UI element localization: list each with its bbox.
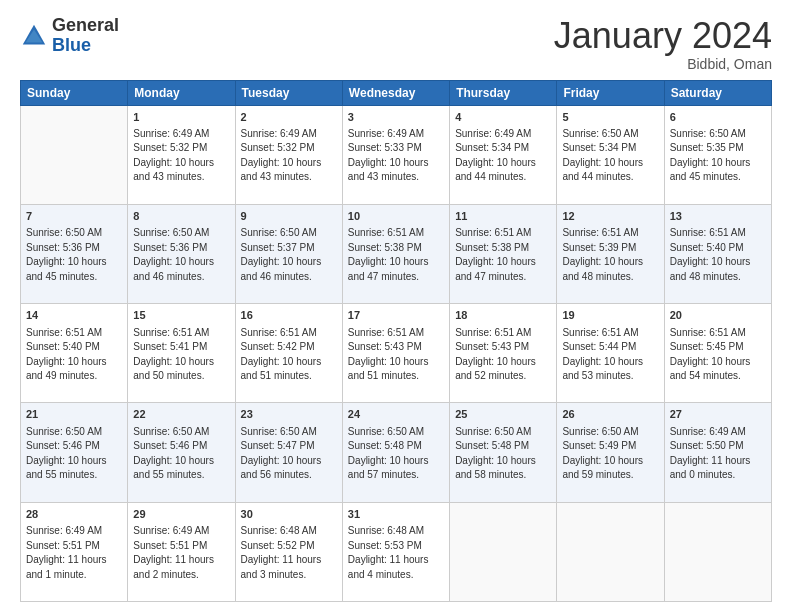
- day-cell: 13Sunrise: 6:51 AM Sunset: 5:40 PM Dayli…: [664, 204, 771, 303]
- day-cell: 18Sunrise: 6:51 AM Sunset: 5:43 PM Dayli…: [450, 304, 557, 403]
- day-cell: 2Sunrise: 6:49 AM Sunset: 5:32 PM Daylig…: [235, 105, 342, 204]
- day-number: 20: [670, 308, 766, 323]
- day-info: Sunrise: 6:51 AM Sunset: 5:42 PM Dayligh…: [241, 326, 337, 384]
- day-cell: 3Sunrise: 6:49 AM Sunset: 5:33 PM Daylig…: [342, 105, 449, 204]
- day-number: 1: [133, 110, 229, 125]
- day-number: 24: [348, 407, 444, 422]
- day-cell: 12Sunrise: 6:51 AM Sunset: 5:39 PM Dayli…: [557, 204, 664, 303]
- day-number: 30: [241, 507, 337, 522]
- day-number: 6: [670, 110, 766, 125]
- day-cell: 29Sunrise: 6:49 AM Sunset: 5:51 PM Dayli…: [128, 502, 235, 601]
- week-row-4: 21Sunrise: 6:50 AM Sunset: 5:46 PM Dayli…: [21, 403, 772, 502]
- day-info: Sunrise: 6:50 AM Sunset: 5:34 PM Dayligh…: [562, 127, 658, 185]
- day-cell: 22Sunrise: 6:50 AM Sunset: 5:46 PM Dayli…: [128, 403, 235, 502]
- day-info: Sunrise: 6:49 AM Sunset: 5:32 PM Dayligh…: [241, 127, 337, 185]
- day-info: Sunrise: 6:50 AM Sunset: 5:48 PM Dayligh…: [348, 425, 444, 483]
- day-cell: 7Sunrise: 6:50 AM Sunset: 5:36 PM Daylig…: [21, 204, 128, 303]
- day-info: Sunrise: 6:51 AM Sunset: 5:41 PM Dayligh…: [133, 326, 229, 384]
- day-number: 25: [455, 407, 551, 422]
- day-info: Sunrise: 6:51 AM Sunset: 5:40 PM Dayligh…: [26, 326, 122, 384]
- col-header-sunday: Sunday: [21, 80, 128, 105]
- day-cell: 15Sunrise: 6:51 AM Sunset: 5:41 PM Dayli…: [128, 304, 235, 403]
- day-number: 7: [26, 209, 122, 224]
- header: General Blue January 2024 Bidbid, Oman: [20, 16, 772, 72]
- calendar-title: January 2024: [554, 16, 772, 56]
- day-number: 15: [133, 308, 229, 323]
- day-cell: 31Sunrise: 6:48 AM Sunset: 5:53 PM Dayli…: [342, 502, 449, 601]
- day-number: 4: [455, 110, 551, 125]
- day-number: 19: [562, 308, 658, 323]
- day-number: 26: [562, 407, 658, 422]
- col-header-friday: Friday: [557, 80, 664, 105]
- day-cell: 10Sunrise: 6:51 AM Sunset: 5:38 PM Dayli…: [342, 204, 449, 303]
- header-row: SundayMondayTuesdayWednesdayThursdayFrid…: [21, 80, 772, 105]
- day-cell: 25Sunrise: 6:50 AM Sunset: 5:48 PM Dayli…: [450, 403, 557, 502]
- day-info: Sunrise: 6:49 AM Sunset: 5:34 PM Dayligh…: [455, 127, 551, 185]
- day-cell: 1Sunrise: 6:49 AM Sunset: 5:32 PM Daylig…: [128, 105, 235, 204]
- day-number: 9: [241, 209, 337, 224]
- day-info: Sunrise: 6:48 AM Sunset: 5:53 PM Dayligh…: [348, 524, 444, 582]
- day-info: Sunrise: 6:50 AM Sunset: 5:35 PM Dayligh…: [670, 127, 766, 185]
- day-cell: 28Sunrise: 6:49 AM Sunset: 5:51 PM Dayli…: [21, 502, 128, 601]
- day-info: Sunrise: 6:50 AM Sunset: 5:37 PM Dayligh…: [241, 226, 337, 284]
- day-number: 31: [348, 507, 444, 522]
- day-cell: 24Sunrise: 6:50 AM Sunset: 5:48 PM Dayli…: [342, 403, 449, 502]
- day-info: Sunrise: 6:49 AM Sunset: 5:32 PM Dayligh…: [133, 127, 229, 185]
- day-cell: 19Sunrise: 6:51 AM Sunset: 5:44 PM Dayli…: [557, 304, 664, 403]
- day-number: 3: [348, 110, 444, 125]
- title-block: January 2024 Bidbid, Oman: [554, 16, 772, 72]
- day-number: 10: [348, 209, 444, 224]
- col-header-saturday: Saturday: [664, 80, 771, 105]
- day-cell: 11Sunrise: 6:51 AM Sunset: 5:38 PM Dayli…: [450, 204, 557, 303]
- week-row-3: 14Sunrise: 6:51 AM Sunset: 5:40 PM Dayli…: [21, 304, 772, 403]
- week-row-5: 28Sunrise: 6:49 AM Sunset: 5:51 PM Dayli…: [21, 502, 772, 601]
- day-info: Sunrise: 6:51 AM Sunset: 5:38 PM Dayligh…: [348, 226, 444, 284]
- week-row-2: 7Sunrise: 6:50 AM Sunset: 5:36 PM Daylig…: [21, 204, 772, 303]
- day-info: Sunrise: 6:48 AM Sunset: 5:52 PM Dayligh…: [241, 524, 337, 582]
- day-number: 11: [455, 209, 551, 224]
- day-info: Sunrise: 6:51 AM Sunset: 5:44 PM Dayligh…: [562, 326, 658, 384]
- day-cell: 21Sunrise: 6:50 AM Sunset: 5:46 PM Dayli…: [21, 403, 128, 502]
- day-cell: 8Sunrise: 6:50 AM Sunset: 5:36 PM Daylig…: [128, 204, 235, 303]
- day-number: 2: [241, 110, 337, 125]
- week-row-1: 1Sunrise: 6:49 AM Sunset: 5:32 PM Daylig…: [21, 105, 772, 204]
- day-info: Sunrise: 6:50 AM Sunset: 5:46 PM Dayligh…: [133, 425, 229, 483]
- day-cell: [21, 105, 128, 204]
- day-info: Sunrise: 6:51 AM Sunset: 5:43 PM Dayligh…: [455, 326, 551, 384]
- col-header-tuesday: Tuesday: [235, 80, 342, 105]
- day-cell: 5Sunrise: 6:50 AM Sunset: 5:34 PM Daylig…: [557, 105, 664, 204]
- day-info: Sunrise: 6:51 AM Sunset: 5:45 PM Dayligh…: [670, 326, 766, 384]
- col-header-wednesday: Wednesday: [342, 80, 449, 105]
- day-cell: 23Sunrise: 6:50 AM Sunset: 5:47 PM Dayli…: [235, 403, 342, 502]
- day-cell: [557, 502, 664, 601]
- day-number: 23: [241, 407, 337, 422]
- day-number: 21: [26, 407, 122, 422]
- day-number: 5: [562, 110, 658, 125]
- day-cell: 27Sunrise: 6:49 AM Sunset: 5:50 PM Dayli…: [664, 403, 771, 502]
- day-info: Sunrise: 6:51 AM Sunset: 5:38 PM Dayligh…: [455, 226, 551, 284]
- day-cell: 4Sunrise: 6:49 AM Sunset: 5:34 PM Daylig…: [450, 105, 557, 204]
- day-info: Sunrise: 6:49 AM Sunset: 5:50 PM Dayligh…: [670, 425, 766, 483]
- day-number: 27: [670, 407, 766, 422]
- day-number: 14: [26, 308, 122, 323]
- calendar-subtitle: Bidbid, Oman: [554, 56, 772, 72]
- calendar-table: SundayMondayTuesdayWednesdayThursdayFrid…: [20, 80, 772, 602]
- day-info: Sunrise: 6:51 AM Sunset: 5:43 PM Dayligh…: [348, 326, 444, 384]
- day-info: Sunrise: 6:50 AM Sunset: 5:36 PM Dayligh…: [26, 226, 122, 284]
- day-info: Sunrise: 6:50 AM Sunset: 5:48 PM Dayligh…: [455, 425, 551, 483]
- day-cell: [664, 502, 771, 601]
- logo: General Blue: [20, 16, 119, 56]
- page: General Blue January 2024 Bidbid, Oman S…: [0, 0, 792, 612]
- day-number: 13: [670, 209, 766, 224]
- day-cell: 26Sunrise: 6:50 AM Sunset: 5:49 PM Dayli…: [557, 403, 664, 502]
- logo-icon: [20, 22, 48, 50]
- col-header-thursday: Thursday: [450, 80, 557, 105]
- day-info: Sunrise: 6:50 AM Sunset: 5:49 PM Dayligh…: [562, 425, 658, 483]
- day-info: Sunrise: 6:49 AM Sunset: 5:33 PM Dayligh…: [348, 127, 444, 185]
- day-info: Sunrise: 6:50 AM Sunset: 5:36 PM Dayligh…: [133, 226, 229, 284]
- day-cell: 30Sunrise: 6:48 AM Sunset: 5:52 PM Dayli…: [235, 502, 342, 601]
- day-number: 17: [348, 308, 444, 323]
- day-info: Sunrise: 6:51 AM Sunset: 5:40 PM Dayligh…: [670, 226, 766, 284]
- day-cell: 6Sunrise: 6:50 AM Sunset: 5:35 PM Daylig…: [664, 105, 771, 204]
- day-cell: [450, 502, 557, 601]
